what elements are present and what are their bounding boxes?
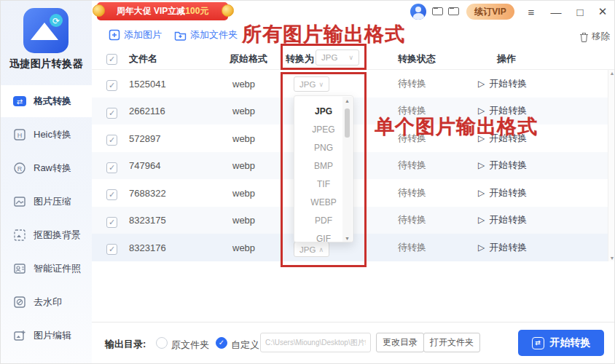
row-checkbox[interactable]: ✓ [106, 189, 117, 200]
cell-status: 待转换 [398, 159, 426, 172]
cell-filename: 747964 [129, 160, 160, 171]
sidebar-item-label: 去水印 [34, 296, 62, 309]
sidebar-item-image-edit[interactable]: 图片编辑 [1, 320, 92, 352]
select-all-checkbox[interactable]: ✓ [106, 54, 117, 65]
cell-original-format: webp [232, 132, 255, 143]
coin-icon [222, 4, 234, 17]
mini-window-icon[interactable] [448, 7, 459, 15]
cutout-icon [12, 228, 27, 242]
cell-original-format: webp [232, 160, 255, 171]
id-photo-icon [12, 261, 27, 276]
play-icon: ▷ [478, 160, 485, 170]
add-image-button[interactable]: 添加图片 [109, 28, 162, 41]
sidebar-item-heic-convert[interactable]: H Heic转换 [1, 119, 92, 151]
remove-label: 移除 [592, 31, 610, 43]
maximize-icon[interactable]: □ [571, 3, 589, 20]
user-avatar[interactable] [410, 4, 426, 20]
sidebar-item-format-convert[interactable]: ⇄ 格式转换 [1, 85, 92, 117]
sidebar-item-label: Raw转换 [34, 162, 71, 175]
annotation-box-header-format [281, 44, 367, 70]
cell-filename: 8323175 [129, 215, 166, 226]
original-folder-radio[interactable] [156, 337, 168, 349]
image-edit-icon [12, 328, 27, 343]
row-checkbox[interactable]: ✓ [106, 108, 117, 119]
output-dir-label: 输出目录: [105, 338, 146, 351]
sidebar-item-label: 图片压缩 [34, 195, 71, 208]
column-header-action: 操作 [497, 52, 516, 66]
cell-original-format: webp [232, 242, 255, 253]
cell-filename: 1525041 [129, 78, 166, 89]
start-convert-row-button[interactable]: ▷开始转换 [478, 159, 527, 172]
start-convert-row-button[interactable]: ▷开始转换 [478, 213, 527, 226]
cell-filename: 7688322 [129, 187, 166, 198]
format-convert-icon: ⇄ [12, 94, 27, 108]
scroll-up-icon[interactable]: ▲ [608, 71, 615, 76]
sidebar-item-label: 图片编辑 [34, 329, 71, 342]
menu-icon[interactable]: ≡ [522, 3, 540, 20]
add-image-icon [109, 29, 120, 41]
table-scrollbar[interactable]: ▲ ▼ [608, 70, 615, 261]
cell-original-format: webp [232, 215, 255, 226]
cell-status: 待转换 [398, 77, 426, 90]
minimize-icon[interactable]: — [547, 3, 565, 20]
raw-icon: R [12, 161, 27, 175]
mini-window-icon[interactable] [432, 7, 443, 15]
start-convert-row-button[interactable]: ▷开始转换 [478, 241, 527, 254]
add-folder-label: 添加文件夹 [190, 28, 238, 41]
svg-text:⟳: ⟳ [52, 16, 60, 26]
row-checkbox[interactable]: ✓ [106, 244, 117, 255]
cell-original-format: webp [232, 187, 255, 198]
cell-filename: 572897 [129, 132, 160, 143]
remove-button[interactable]: 移除 [579, 31, 610, 43]
cell-status: 待转换 [398, 213, 426, 226]
coin-icon [93, 4, 105, 17]
scroll-down-icon[interactable]: ▼ [608, 256, 615, 261]
start-convert-button[interactable]: ⇄ 开始转换 [518, 330, 604, 356]
app-title: 迅捷图片转换器 [1, 58, 92, 71]
close-icon[interactable]: ✕ [594, 3, 611, 20]
image-compress-icon [12, 194, 27, 209]
add-folder-button[interactable]: 添加文件夹 [174, 28, 238, 41]
output-path-input[interactable] [260, 333, 371, 352]
start-convert-row-button[interactable]: ▷开始转换 [478, 186, 527, 199]
open-folder-button[interactable]: 打开文件夹 [423, 333, 480, 352]
play-icon: ▷ [478, 242, 485, 253]
svg-text:⇄: ⇄ [17, 98, 23, 106]
sidebar-item-cutout-background[interactable]: 抠图换背景 [1, 219, 92, 251]
row-checkbox[interactable]: ✓ [106, 135, 117, 146]
promo-amount: 100元 [185, 5, 208, 17]
play-icon: ▷ [478, 79, 485, 89]
sidebar-item-label: Heic转换 [34, 128, 71, 141]
cell-original-format: webp [232, 78, 255, 89]
logo-mountain-icon: ⟳ [23, 8, 68, 53]
promo-banner[interactable]: 周年大促 VIP立减100元 [97, 2, 228, 20]
app-window: ⟳ 迅捷图片转换器 ⇄ 格式转换 H Heic转换 R Raw转换 图 [0, 0, 615, 364]
cell-status: 待转换 [398, 186, 426, 199]
remove-watermark-icon [12, 295, 27, 309]
sidebar-item-raw-convert[interactable]: R Raw转换 [1, 152, 92, 184]
renew-vip-button[interactable]: 续订VIP [466, 4, 514, 20]
sidebar-item-image-compress[interactable]: 图片压缩 [1, 186, 92, 218]
footer-bar: 输出目录: 原文件夹 ✓ 自定义 更改目录 打开文件夹 ⇄ 开始转换 [92, 322, 615, 364]
start-convert-row-button[interactable]: ▷开始转换 [478, 77, 527, 90]
row-checkbox[interactable]: ✓ [106, 80, 117, 91]
sidebar-item-label: 格式转换 [34, 95, 71, 108]
sidebar-item-label: 抠图换背景 [34, 229, 81, 242]
sidebar-item-id-photo[interactable]: 智能证件照 [1, 253, 92, 285]
annotation-single-image-format: 单个图片输出格式 [375, 114, 538, 140]
svg-text:H: H [17, 132, 23, 139]
column-header-filename: 文件名 [129, 52, 157, 66]
custom-folder-radio[interactable]: ✓ [216, 337, 227, 349]
original-folder-label: 原文件夹 [171, 339, 209, 352]
change-dir-button[interactable]: 更改目录 [376, 333, 424, 352]
sidebar-item-remove-watermark[interactable]: 去水印 [1, 286, 92, 318]
annotation-box-row-format [281, 72, 367, 267]
heic-icon: H [12, 127, 27, 142]
row-checkbox[interactable]: ✓ [106, 162, 117, 173]
row-checkbox[interactable]: ✓ [106, 217, 117, 228]
trash-icon [579, 32, 589, 42]
column-header-status: 转换状态 [398, 52, 436, 66]
cell-status: 待转换 [398, 241, 426, 254]
play-icon: ▷ [478, 188, 485, 198]
cell-original-format: webp [232, 106, 255, 116]
